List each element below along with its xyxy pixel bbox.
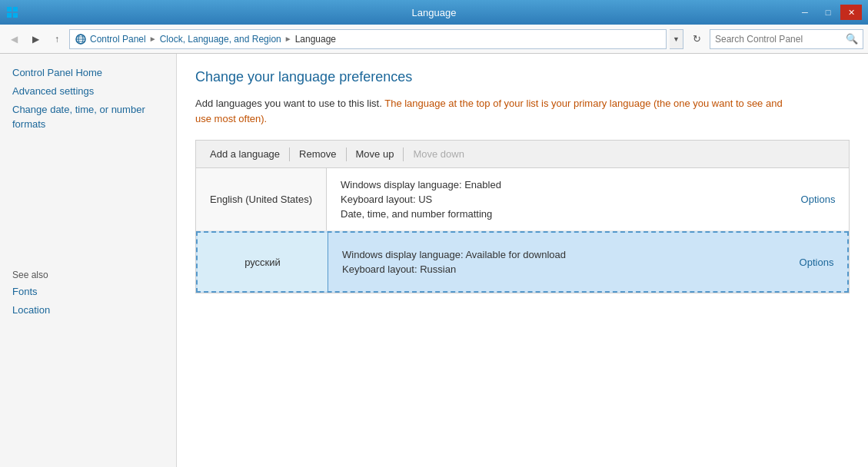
sidebar-item-fonts[interactable]: Fonts <box>12 285 164 299</box>
sidebar-item-cp-home[interactable]: Control Panel Home <box>12 66 164 80</box>
language-list: English (United States) Windows display … <box>195 168 850 293</box>
app-icon <box>6 6 18 18</box>
back-button[interactable]: ◀ <box>5 30 23 48</box>
language-name-english: English (United States) <box>196 168 327 230</box>
toolbar-separator-2 <box>346 147 347 161</box>
maximize-button[interactable]: □ <box>817 5 839 20</box>
language-item-english[interactable]: English (United States) Windows display … <box>196 168 849 231</box>
search-box: 🔍 <box>710 29 863 49</box>
language-item-russian[interactable]: русский Windows display language: Availa… <box>196 231 849 293</box>
toolbar-separator-1 <box>289 147 290 161</box>
address-bar: ◀ ▶ ↑ Control Panel ► Clock, Language, a… <box>0 25 868 54</box>
title-bar-controls: ─ □ ✕ <box>794 5 862 20</box>
see-also-title: See also <box>12 270 164 280</box>
toolbar-separator-3 <box>403 147 404 161</box>
options-link-russian[interactable]: Options <box>800 257 834 268</box>
description-text: Add languages you want to use to this li… <box>195 98 382 109</box>
sidebar-item-change-date-time[interactable]: Change date, time, or number formats <box>12 103 164 131</box>
sidebar-item-location[interactable]: Location <box>12 303 164 317</box>
breadcrumb-language: Language <box>295 34 336 45</box>
title-bar: Language ─ □ ✕ <box>0 0 868 25</box>
language-details-english: Windows display language: Enabled Keyboa… <box>327 168 787 230</box>
add-language-button[interactable]: Add a language <box>204 145 286 163</box>
svg-rect-0 <box>7 7 12 12</box>
svg-rect-2 <box>7 13 12 18</box>
sidebar-item-advanced-settings[interactable]: Advanced settings <box>12 84 164 98</box>
minimize-button[interactable]: ─ <box>794 5 816 20</box>
page-title: Change your language preferences <box>195 69 850 85</box>
remove-button[interactable]: Remove <box>293 145 342 163</box>
address-dropdown-button[interactable]: ▼ <box>670 29 683 49</box>
up-button[interactable]: ↑ <box>48 30 66 48</box>
breadcrumb-clock-region[interactable]: Clock, Language, and Region <box>160 34 281 45</box>
refresh-button[interactable]: ↻ <box>687 29 707 49</box>
move-up-button[interactable]: Move up <box>350 145 401 163</box>
forward-button[interactable]: ▶ <box>26 30 45 48</box>
svg-rect-3 <box>13 13 18 18</box>
description: Add languages you want to use to this li… <box>195 96 795 126</box>
main-content: Control Panel Home Advanced settings Cha… <box>0 54 868 467</box>
breadcrumb-control-panel[interactable]: Control Panel <box>90 34 146 45</box>
language-detail-english-0: Windows display language: Enabled <box>341 179 773 190</box>
search-icon: 🔍 <box>846 33 858 45</box>
title-bar-left <box>6 6 18 18</box>
language-detail-russian-1: Keyboard layout: Russian <box>342 263 772 275</box>
language-name-russian: русский <box>198 233 328 291</box>
search-input[interactable] <box>715 34 843 45</box>
move-down-button[interactable]: Move down <box>407 145 470 163</box>
globe-icon <box>75 33 87 45</box>
language-detail-english-1: Keyboard layout: US <box>341 194 773 205</box>
language-options-english: Options <box>787 168 849 230</box>
language-options-russian: Options <box>786 233 847 291</box>
language-detail-english-2: Date, time, and number formatting <box>341 208 773 220</box>
language-details-russian: Windows display language: Available for … <box>328 233 786 291</box>
content-area: Change your language preferences Add lan… <box>177 54 868 467</box>
close-button[interactable]: ✕ <box>840 5 862 20</box>
address-path: Control Panel ► Clock, Language, and Reg… <box>69 29 667 49</box>
svg-rect-1 <box>13 7 18 12</box>
sidebar: Control Panel Home Advanced settings Cha… <box>0 54 177 467</box>
window-title: Language <box>412 7 457 18</box>
language-detail-russian-0: Windows display language: Available for … <box>342 249 772 260</box>
options-link-english[interactable]: Options <box>801 194 836 205</box>
language-toolbar: Add a language Remove Move up Move down <box>195 140 850 168</box>
